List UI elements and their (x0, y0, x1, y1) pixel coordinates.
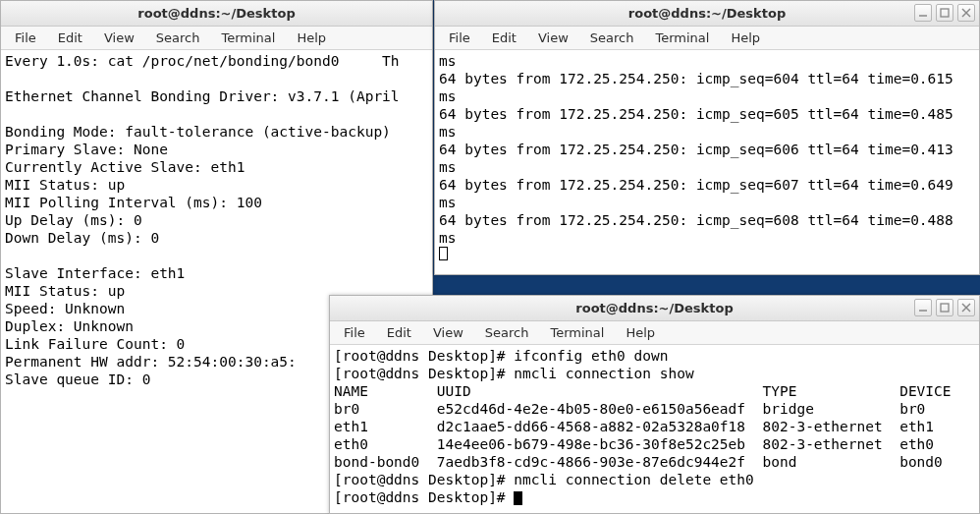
terminal-body-3[interactable]: [root@ddns Desktop]# ifconfig eth0 down … (330, 345, 979, 513)
menu-view[interactable]: View (423, 323, 473, 342)
terminal-window-3: root@ddns:~/Desktop File Edit View Searc… (329, 295, 980, 514)
menu-file[interactable]: File (334, 323, 375, 342)
menu-view[interactable]: View (528, 29, 578, 47)
menu-file[interactable]: File (439, 29, 480, 47)
window-title: root@ddns:~/Desktop (628, 6, 786, 21)
menu-terminal[interactable]: Terminal (645, 29, 719, 47)
window-title: root@ddns:~/Desktop (575, 301, 733, 315)
menu-help[interactable]: Help (721, 29, 770, 47)
window-buttons-2 (914, 4, 975, 22)
svg-rect-1 (941, 9, 949, 17)
close-button[interactable] (957, 299, 975, 316)
minimize-button[interactable] (914, 299, 932, 316)
menu-edit[interactable]: Edit (482, 29, 526, 47)
menubar-1: File Edit View Search Terminal Help (1, 27, 432, 50)
minimize-button[interactable] (914, 4, 932, 22)
titlebar-3[interactable]: root@ddns:~/Desktop (330, 296, 979, 321)
window-buttons-3 (914, 299, 975, 316)
menu-edit[interactable]: Edit (377, 323, 421, 342)
minimize-icon (918, 8, 928, 18)
close-icon (961, 8, 971, 18)
cursor (514, 491, 522, 505)
svg-rect-5 (941, 304, 949, 312)
menu-edit[interactable]: Edit (48, 29, 92, 47)
menu-terminal[interactable]: Terminal (540, 323, 614, 342)
close-icon (961, 303, 971, 313)
close-button[interactable] (957, 4, 975, 22)
menu-file[interactable]: File (5, 29, 46, 47)
menu-search[interactable]: Search (475, 323, 539, 342)
cursor (439, 247, 448, 260)
menubar-3: File Edit View Search Terminal Help (330, 321, 979, 345)
menu-search[interactable]: Search (146, 29, 210, 47)
minimize-icon (918, 303, 928, 313)
titlebar-2[interactable]: root@ddns:~/Desktop (435, 1, 979, 27)
menu-search[interactable]: Search (580, 29, 644, 47)
maximize-icon (940, 8, 950, 18)
titlebar-1[interactable]: root@ddns:~/Desktop (1, 1, 432, 27)
window-title: root@ddns:~/Desktop (137, 6, 295, 21)
maximize-icon (940, 303, 950, 313)
menu-terminal[interactable]: Terminal (211, 29, 285, 47)
menu-help[interactable]: Help (616, 323, 665, 342)
menubar-2: File Edit View Search Terminal Help (435, 27, 979, 50)
terminal-window-2: root@ddns:~/Desktop File Edit View Searc… (434, 0, 980, 275)
menu-view[interactable]: View (94, 29, 144, 47)
terminal-body-2[interactable]: ms 64 bytes from 172.25.254.250: icmp_se… (435, 50, 979, 274)
maximize-button[interactable] (936, 4, 953, 22)
maximize-button[interactable] (936, 299, 953, 316)
menu-help[interactable]: Help (287, 29, 336, 47)
